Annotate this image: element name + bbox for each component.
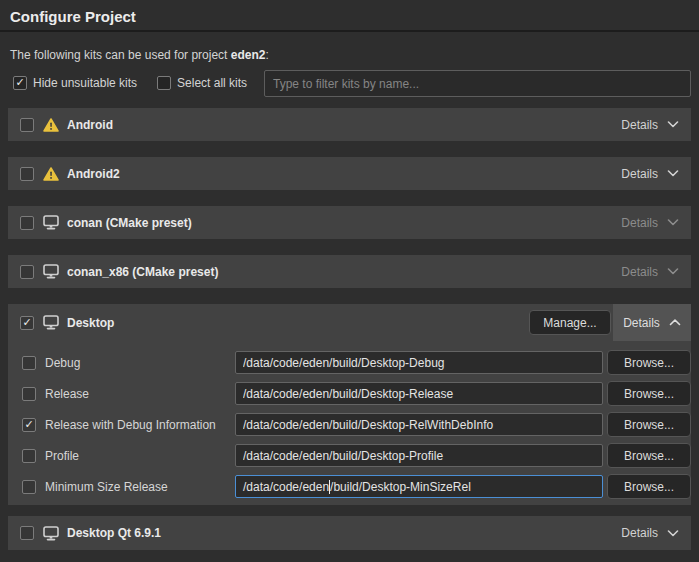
config-row-profile: Profile Browse... [8, 443, 691, 468]
hide-unsuitable-kits-label: Hide unsuitable kits [33, 76, 137, 90]
config-label: Minimum Size Release [45, 480, 168, 494]
intro-text-after: : [265, 48, 268, 62]
kit-section-desktop: Desktop Manage... Details Debug Browse..… [8, 304, 691, 505]
desktop-icon [43, 264, 59, 279]
details-button[interactable]: Details [621, 216, 681, 230]
checkbox-icon[interactable] [13, 76, 27, 90]
desktop-icon [43, 215, 59, 230]
build-dir-input[interactable] [235, 382, 603, 405]
kit-header-desktop: Desktop [8, 304, 114, 341]
chevron-down-icon [667, 268, 679, 275]
details-label: Details [621, 216, 658, 230]
kit-checkbox[interactable] [20, 316, 34, 330]
build-dir-input[interactable] [235, 351, 603, 374]
manage-button[interactable]: Manage... [529, 310, 611, 335]
kit-row-conan: conan (CMake preset) Details [8, 206, 691, 239]
hide-unsuitable-kits-checkbox[interactable]: Hide unsuitable kits [13, 76, 137, 90]
browse-button[interactable]: Browse... [607, 443, 691, 468]
config-row-debug: Debug Browse... [8, 350, 691, 375]
filter-bar: Hide unsuitable kits Select all kits [13, 76, 247, 90]
chevron-down-icon [667, 121, 679, 128]
details-button[interactable]: Details [621, 118, 681, 132]
kit-name: Android2 [67, 167, 120, 181]
details-button[interactable]: Details [621, 526, 681, 540]
kit-filter-input[interactable] [264, 70, 691, 97]
browse-button[interactable]: Browse... [607, 381, 691, 406]
desktop-icon [43, 526, 59, 541]
browse-button[interactable]: Browse... [607, 350, 691, 375]
config-label: Release [45, 387, 89, 401]
select-all-kits-checkbox[interactable]: Select all kits [157, 76, 247, 90]
checkbox-icon[interactable] [157, 76, 171, 90]
config-checkbox[interactable] [22, 480, 36, 494]
intro-text: The following kits can be used for proje… [10, 48, 269, 62]
config-row-release: Release Browse... [8, 381, 691, 406]
select-all-kits-label: Select all kits [177, 76, 247, 90]
warning-icon [43, 118, 59, 132]
kit-name: Android [67, 118, 113, 132]
config-checkbox[interactable] [22, 449, 36, 463]
config-label: Release with Debug Information [45, 418, 216, 432]
chevron-down-icon [667, 219, 679, 226]
details-label: Details [621, 118, 658, 132]
kit-row-desktop-qt: Desktop Qt 6.9.1 Details [8, 516, 691, 550]
config-label: Debug [45, 356, 80, 370]
browse-button[interactable]: Browse... [607, 474, 691, 499]
browse-button[interactable]: Browse... [607, 412, 691, 437]
chevron-down-icon [667, 170, 679, 177]
chevron-up-icon [669, 319, 681, 326]
kit-checkbox[interactable] [20, 526, 34, 540]
kit-name: conan (CMake preset) [67, 216, 192, 230]
page-title: Configure Project [10, 8, 136, 25]
details-label: Details [621, 265, 658, 279]
build-dir-input[interactable] [235, 413, 603, 436]
config-label: Profile [45, 449, 79, 463]
details-label: Details [621, 526, 658, 540]
details-button[interactable]: Details [621, 265, 681, 279]
build-dir-input[interactable] [235, 444, 603, 467]
kit-row-android2: Android2 Details [8, 157, 691, 190]
kit-name: Desktop Qt 6.9.1 [67, 526, 161, 540]
details-button[interactable]: Details [621, 167, 681, 181]
desktop-icon [43, 315, 59, 330]
config-checkbox[interactable] [22, 418, 36, 432]
kit-row-conan-x86: conan_x86 (CMake preset) Details [8, 255, 691, 288]
kit-checkbox[interactable] [20, 265, 34, 279]
config-checkbox[interactable] [22, 387, 36, 401]
kit-name: Desktop [67, 316, 114, 330]
warning-icon [43, 167, 59, 181]
chevron-down-icon [667, 530, 679, 537]
details-button[interactable]: Details [613, 304, 691, 341]
kit-row-android: Android Details [8, 108, 691, 141]
input-text-after-caret: /build/Desktop-MinSizeRel [330, 480, 471, 494]
build-dir-input[interactable]: /data/code/eden/build/Desktop-MinSizeRel [235, 475, 603, 498]
config-row-release-with-debug-information: Release with Debug Information Browse... [8, 412, 691, 437]
config-checkbox[interactable] [22, 356, 36, 370]
kit-checkbox[interactable] [20, 118, 34, 132]
kit-checkbox[interactable] [20, 167, 34, 181]
input-text-before-caret: /data/code/eden [243, 480, 329, 494]
kit-name: conan_x86 (CMake preset) [67, 265, 218, 279]
kit-checkbox[interactable] [20, 216, 34, 230]
title-separator [0, 30, 699, 32]
config-row-minimum-size-release: Minimum Size Release /data/code/eden/bui… [8, 474, 691, 499]
project-name: eden2 [231, 48, 266, 62]
details-label: Details [623, 316, 660, 330]
details-label: Details [621, 167, 658, 181]
intro-text-before: The following kits can be used for proje… [10, 48, 231, 62]
